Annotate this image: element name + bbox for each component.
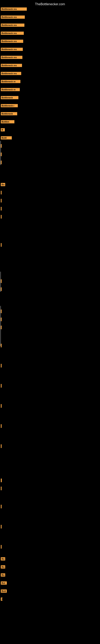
bar-mini <box>1 364 1 368</box>
bar-label: Bottleneck res <box>1 48 23 51</box>
bar-mini <box>1 344 1 347</box>
bar-mini <box>1 525 1 528</box>
bar-label: Bottleneck res <box>1 56 22 59</box>
bar-item: B <box>0 126 5 133</box>
bar-label: Bot <box>1 582 7 585</box>
bar-item: Bottleneck res <box>0 30 24 37</box>
bar-item: Bottleneck res <box>0 38 23 45</box>
bar-mini <box>1 144 1 148</box>
bar-item: Bo <box>0 181 5 188</box>
bar-item: Bottleneck res <box>0 54 22 61</box>
bar-item: Bo <box>0 556 5 562</box>
bar-label: Bo <box>1 565 5 568</box>
bar-mini <box>1 384 1 388</box>
bar-mini <box>1 243 1 247</box>
bar-item: Bo <box>0 572 5 578</box>
bar-mini <box>1 486 1 490</box>
bar-item <box>0 485 1 492</box>
bar-item: Bottleneck <box>0 94 18 101</box>
bar-item: B <box>0 596 2 602</box>
bar-label: Bottleneck res <box>1 16 25 19</box>
bar-mini <box>1 478 2 482</box>
bar-label: B <box>1 128 5 132</box>
bar-label: Bottleneck res <box>1 8 27 11</box>
vertical-line <box>0 306 1 346</box>
vertical-line <box>0 272 1 292</box>
bar-item <box>0 402 1 409</box>
bar-label: Bo <box>1 183 5 186</box>
bar-item: Bottleneck res <box>0 6 27 12</box>
bar-item <box>0 503 1 510</box>
bar-label: Bo <box>1 573 5 576</box>
bar-mini <box>1 215 1 218</box>
bar-label: Bottleneck res <box>1 40 23 43</box>
bar-item: Bottleneck <box>0 110 17 117</box>
bar-label: Bottleneck res <box>1 24 24 27</box>
bar-item <box>0 477 2 484</box>
bar-mini <box>1 152 1 156</box>
bar-label: Bo <box>1 557 5 560</box>
bar-label: Bottleneck res <box>1 64 22 67</box>
bar-item <box>0 443 1 450</box>
bar-label: Bottlen <box>1 120 14 123</box>
bar-item: Bottleneck res <box>0 70 21 77</box>
bar-item <box>0 544 1 550</box>
bar-label: Bottleneck res <box>1 32 24 35</box>
bar-label: B <box>1 598 2 601</box>
bar-mini <box>1 326 1 329</box>
bar-item: Bott <box>0 588 7 594</box>
bar-mini <box>1 318 1 321</box>
bar-label: Bottleneck <box>1 112 17 115</box>
bar-mini <box>1 279 1 283</box>
bar-mini <box>1 424 1 428</box>
bar-item: Bottleneck res <box>0 22 24 28</box>
bar-item: Bottleneck res <box>0 14 25 20</box>
bar-mini <box>1 545 1 548</box>
bar-label: Bottleneck <box>1 96 18 99</box>
bar-item: Bottleneck r <box>0 102 18 109</box>
bar-label: Bottleneck r <box>1 104 18 107</box>
bar-mini <box>1 207 1 210</box>
bar-item: Bottleneck res <box>0 62 22 69</box>
bar-mini <box>1 444 1 448</box>
bar-label: Bottl <box>1 136 12 140</box>
bar-mini <box>1 404 1 408</box>
bar-item <box>0 242 1 248</box>
bar-item <box>0 382 1 389</box>
bar-item <box>0 523 1 530</box>
bar-item: Bottleneck re <box>0 86 20 93</box>
bar-mini <box>1 288 1 291</box>
bar-label: Bottleneck re <box>1 88 20 91</box>
bar-item <box>0 197 1 204</box>
bar-label: Bottleneck res <box>1 72 21 75</box>
bar-item <box>0 362 1 369</box>
bar-mini <box>1 191 1 194</box>
bar-item <box>0 213 1 220</box>
bar-label: Bott <box>1 590 7 593</box>
vertical-line <box>0 141 1 165</box>
bar-item: Bottlen <box>0 118 14 125</box>
bar-mini <box>1 310 1 313</box>
bar-mini <box>1 199 1 202</box>
bar-item: Bottleneck res <box>0 46 23 53</box>
bar-item <box>0 189 1 196</box>
bar-item: Bo <box>0 564 5 570</box>
bar-item <box>0 422 1 430</box>
bar-item: Bottl <box>0 134 12 141</box>
bar-item <box>0 205 1 212</box>
bar-item: Bottleneck re <box>0 78 20 85</box>
bar-label: Bottleneck re <box>1 80 20 83</box>
bar-item: Bot <box>0 580 7 586</box>
bar-mini <box>1 160 1 164</box>
bar-mini <box>1 505 1 508</box>
